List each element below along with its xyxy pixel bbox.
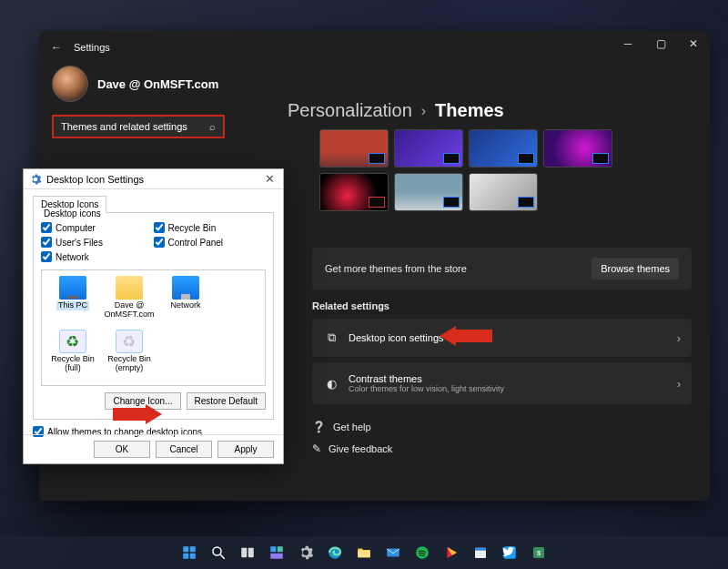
task-view-button[interactable]: [235, 540, 260, 565]
dialog-close-button[interactable]: ✕: [256, 172, 283, 186]
back-button[interactable]: ←: [39, 34, 74, 54]
related-settings-header: Related settings: [312, 300, 389, 311]
dialog-titlebar: Desktop Icon Settings ✕: [24, 169, 283, 189]
checkbox-network[interactable]: Network: [41, 251, 154, 262]
chevron-right-icon: ›: [421, 103, 426, 119]
apply-button[interactable]: Apply: [217, 441, 274, 458]
contrast-themes-sub: Color themes for low vision, light sensi…: [349, 384, 668, 393]
help-icon: ❔: [312, 421, 326, 433]
play-icon[interactable]: [439, 540, 464, 565]
chevron-right-icon: ›: [677, 331, 681, 345]
widgets-button[interactable]: [264, 540, 289, 565]
desktop-icon-settings-label: Desktop icon settings: [349, 332, 668, 343]
search-icon: ⌕: [209, 121, 216, 132]
icon-recycle-bin-empty[interactable]: Recycle Bin (empty): [104, 330, 155, 380]
give-feedback-link[interactable]: ✎ Give feedback: [312, 442, 392, 455]
icon-network[interactable]: Network: [160, 276, 211, 326]
checkbox-computer[interactable]: Computer: [41, 222, 154, 233]
breadcrumb-themes: Themes: [435, 100, 504, 121]
theme-thumbnail[interactable]: [394, 173, 463, 211]
desktop-icons-group: Desktop icons Computer Recycle Bin User'…: [33, 212, 274, 420]
icon-recycle-bin-full[interactable]: Recycle Bin (full): [47, 330, 98, 380]
icon-preview-box: This PC Dave @ OnMSFT.com Network Recycl…: [41, 269, 266, 386]
svg-rect-2: [183, 554, 188, 559]
theme-grid: [319, 129, 612, 211]
svg-rect-6: [241, 548, 247, 558]
desktop-icon-settings-icon: ⧉: [323, 330, 339, 345]
svg-line-5: [220, 554, 225, 559]
maximize-button[interactable]: ▢: [644, 31, 677, 56]
svg-rect-8: [270, 546, 276, 552]
icon-user-files[interactable]: Dave @ OnMSFT.com: [104, 276, 155, 326]
get-help-link[interactable]: ❔ Get help: [312, 421, 371, 433]
search-button[interactable]: [206, 540, 231, 565]
window-title: Settings: [74, 35, 110, 53]
restore-default-button[interactable]: Restore Default: [187, 392, 266, 410]
svg-rect-1: [190, 546, 196, 552]
checkbox-recycle-bin[interactable]: Recycle Bin: [154, 222, 267, 233]
calendar-icon[interactable]: [468, 540, 493, 565]
svg-rect-3: [190, 554, 196, 559]
more-themes-row: Get more themes from the store Browse th…: [312, 248, 692, 290]
theme-thumbnail[interactable]: [469, 129, 538, 168]
annotation-arrow: [440, 326, 492, 346]
settings-search[interactable]: ⌕: [52, 115, 225, 138]
contrast-icon: ◐: [323, 377, 339, 391]
window-titlebar: ← Settings ─ ▢ ✕: [39, 31, 710, 56]
desktop-icon-settings-row[interactable]: ⧉ Desktop icon settings ›: [312, 319, 692, 357]
file-explorer-icon[interactable]: [351, 540, 377, 565]
desktop-icon-settings-dialog: Desktop Icon Settings ✕ Desktop Icons De…: [23, 168, 284, 464]
gear-icon: [29, 173, 42, 186]
svg-rect-12: [358, 551, 370, 558]
dialog-title: Desktop Icon Settings: [46, 174, 144, 185]
avatar: [52, 66, 88, 102]
app-icon[interactable]: $: [526, 540, 551, 565]
checkbox-control-panel[interactable]: Control Panel: [154, 237, 267, 248]
browse-themes-button[interactable]: Browse themes: [592, 258, 679, 279]
svg-rect-9: [278, 546, 283, 552]
svg-rect-0: [183, 546, 188, 552]
svg-rect-13: [387, 549, 399, 557]
edge-icon[interactable]: [322, 540, 348, 565]
close-button[interactable]: ✕: [677, 31, 710, 56]
twitter-icon[interactable]: [497, 540, 522, 565]
contrast-themes-label: Contrast themes: [349, 373, 668, 384]
svg-point-4: [213, 547, 221, 555]
svg-rect-10: [270, 554, 283, 559]
spotify-icon[interactable]: [410, 540, 435, 565]
search-input[interactable]: [61, 121, 209, 132]
group-label: Desktop icons: [41, 208, 104, 218]
ok-button[interactable]: OK: [94, 441, 150, 458]
breadcrumb: Personalization › Themes: [288, 100, 504, 121]
chevron-right-icon: ›: [677, 377, 681, 391]
profile-name: Dave @ OnMSFT.com: [97, 77, 218, 91]
icon-this-pc[interactable]: This PC: [47, 276, 98, 326]
start-button[interactable]: [177, 540, 202, 565]
theme-thumbnail[interactable]: [319, 173, 389, 211]
contrast-themes-row[interactable]: ◐ Contrast themes Color themes for low v…: [312, 362, 692, 404]
theme-thumbnail[interactable]: [394, 129, 463, 168]
svg-rect-7: [248, 548, 254, 558]
theme-thumbnail[interactable]: [543, 129, 612, 168]
svg-rect-16: [475, 548, 486, 551]
taskbar: $: [0, 536, 728, 569]
more-themes-label: Get more themes from the store: [325, 263, 467, 274]
feedback-icon: ✎: [312, 442, 321, 455]
theme-thumbnail[interactable]: [469, 173, 538, 211]
breadcrumb-personalization[interactable]: Personalization: [288, 100, 412, 121]
theme-thumbnail[interactable]: [319, 129, 389, 168]
taskbar-settings-icon[interactable]: [293, 540, 318, 565]
annotation-arrow: [113, 404, 162, 424]
minimize-button[interactable]: ─: [612, 31, 644, 56]
checkbox-users-files[interactable]: User's Files: [41, 237, 154, 248]
cancel-button[interactable]: Cancel: [156, 441, 212, 458]
mail-icon[interactable]: [380, 540, 406, 565]
dialog-footer: OK Cancel Apply: [24, 434, 283, 463]
